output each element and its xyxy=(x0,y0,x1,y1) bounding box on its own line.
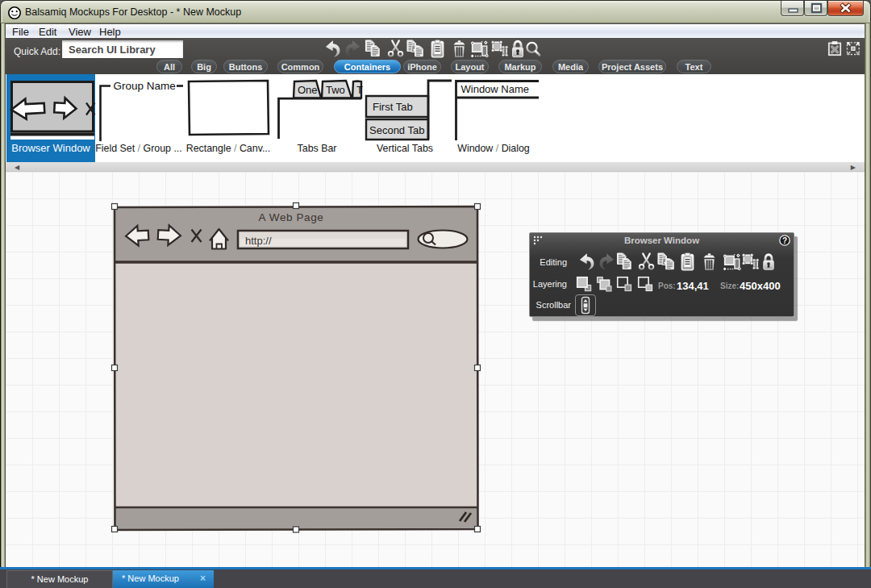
svg-text:Window / Dialog: Window / Dialog xyxy=(457,143,530,154)
svg-text:Field Set / Group ...: Field Set / Group ... xyxy=(95,143,181,154)
svg-text:Group Name: Group Name xyxy=(114,80,176,92)
svg-text:Tabs Bar: Tabs Bar xyxy=(298,143,337,154)
svg-text:Two: Two xyxy=(326,84,345,96)
svg-text:http://: http:// xyxy=(245,235,272,247)
svg-text:T: T xyxy=(356,84,363,96)
svg-text:Browser Window: Browser Window xyxy=(11,142,90,154)
svg-text:One: One xyxy=(298,84,318,96)
svg-text:?: ? xyxy=(782,236,787,245)
svg-text:Window Name: Window Name xyxy=(461,83,530,95)
svg-text:Vertical Tabs: Vertical Tabs xyxy=(377,143,433,154)
svg-text:First Tab: First Tab xyxy=(373,101,413,113)
svg-text:Second Tab: Second Tab xyxy=(369,124,424,136)
svg-text:A Web Page: A Web Page xyxy=(259,211,324,223)
svg-text:Rectangle / Canv...: Rectangle / Canv... xyxy=(186,143,270,154)
